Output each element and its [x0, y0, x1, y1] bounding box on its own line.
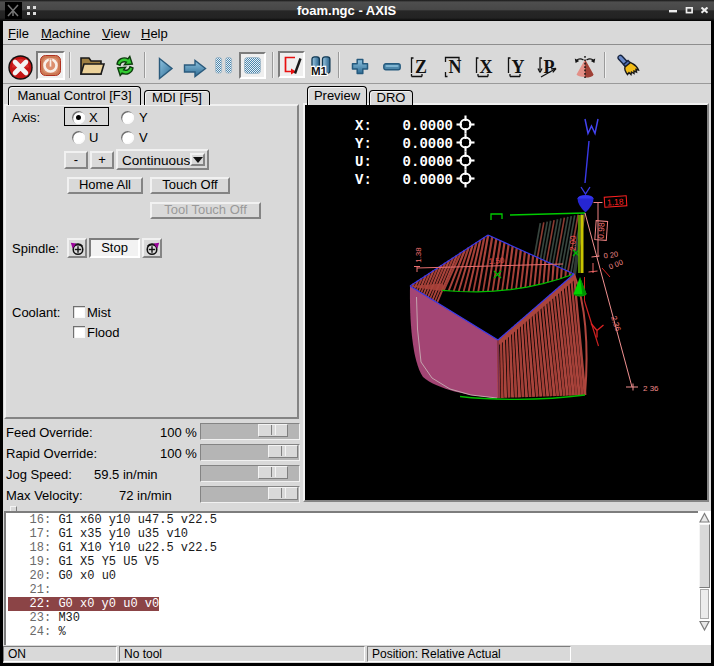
svg-text:2.36: 2.36 [609, 315, 623, 333]
svg-text:1.38: 1.38 [414, 247, 423, 263]
svg-text:0.98: 0.98 [595, 222, 606, 239]
svg-text:1.50: 1.50 [489, 256, 506, 266]
svg-text:U:: U: [355, 154, 372, 170]
svg-text:0.0000: 0.0000 [403, 136, 453, 152]
svg-text:0.0000: 0.0000 [403, 172, 453, 188]
svg-text:X:: X: [355, 118, 372, 134]
svg-text:X: X [480, 57, 493, 77]
svg-text:V:: V: [355, 172, 372, 188]
svg-text:M1: M1 [311, 65, 328, 76]
svg-text:Z: Z [415, 57, 427, 77]
svg-text:0.0000: 0.0000 [403, 118, 453, 134]
svg-text:Y: Y [512, 57, 525, 77]
svg-text:2.00: 2.00 [568, 235, 578, 251]
svg-text:1.18: 1.18 [607, 196, 624, 207]
svg-text:2 36: 2 36 [643, 384, 659, 393]
svg-text:0.0000: 0.0000 [403, 154, 453, 170]
svg-text:Y:: Y: [355, 136, 372, 152]
